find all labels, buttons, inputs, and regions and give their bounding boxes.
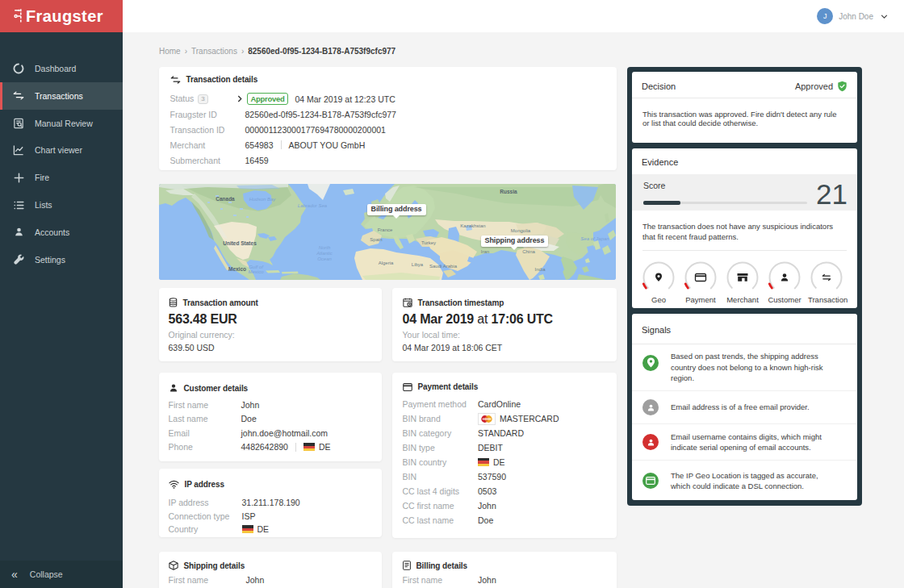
- svg-text:Labrador Sea: Labrador Sea: [297, 203, 327, 208]
- svg-text:Sea of Japan: Sea of Japan: [580, 236, 609, 241]
- svg-text:China: China: [522, 249, 535, 254]
- svg-text:Spain: Spain: [370, 237, 382, 242]
- svg-text:Ocean: Ocean: [317, 256, 332, 261]
- svg-text:Hudson Bay: Hudson Bay: [249, 197, 276, 202]
- svg-text:Mexico: Mexico: [228, 266, 245, 272]
- svg-text:Mongolia: Mongolia: [510, 228, 530, 233]
- svg-text:Turkey: Turkey: [421, 240, 435, 245]
- svg-text:Canada: Canada: [216, 196, 235, 202]
- svg-text:Saudi Arabia: Saudi Arabia: [429, 264, 457, 269]
- svg-text:France: France: [377, 227, 392, 232]
- svg-text:India: India: [534, 267, 546, 272]
- svg-text:North: North: [318, 245, 330, 250]
- svg-text:Atlantic: Atlantic: [316, 251, 333, 256]
- svg-text:Libya: Libya: [411, 262, 423, 267]
- svg-text:United States: United States: [223, 240, 257, 246]
- svg-text:Iran: Iran: [480, 249, 488, 254]
- svg-text:Mexico: Mexico: [248, 269, 264, 274]
- svg-text:Kazakhstan: Kazakhstan: [460, 223, 485, 228]
- svg-text:Russia: Russia: [500, 189, 517, 194]
- svg-text:Algeria: Algeria: [378, 261, 393, 265]
